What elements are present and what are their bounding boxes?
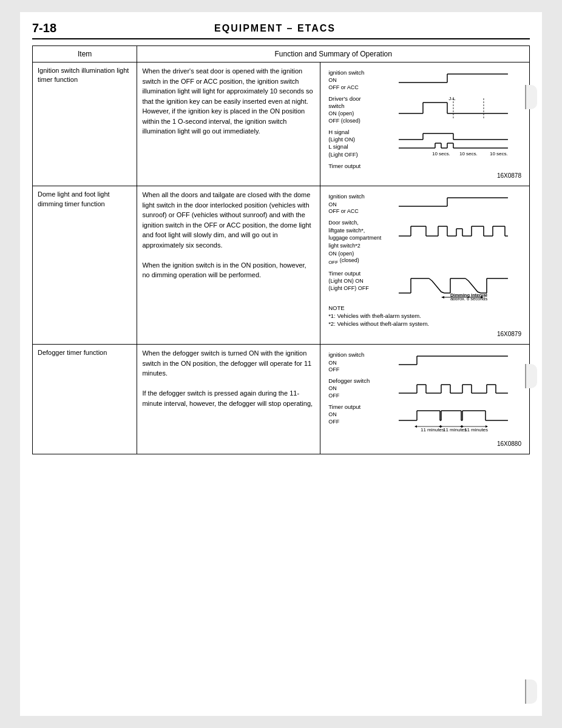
waveform-door-1: J-L [385,95,521,120]
desc-1: When the driver's seat door is opened wi… [137,62,320,186]
waveform-timer-3: 11 minutes 11 minutes 11 minutes [385,403,521,437]
col-header-function: Function and Summary of Operation [137,46,530,62]
waveform-label-timer-output-1: Timer output [328,162,521,169]
waveform-door-2 [385,219,521,240]
svg-marker-63 [441,296,444,298]
table-row: Defogger timer function When the defogge… [33,345,530,454]
waveform-ignition-2 [385,193,521,211]
main-table: Item Function and Summary of Operation I… [32,46,530,454]
page-tab-2 [525,364,537,388]
svg-text:10 secs.: 10 secs. [490,151,508,156]
table-row: Ignition switch illumination light timer… [33,62,530,186]
svg-text:11 minutes: 11 minutes [464,427,488,433]
waveform-timer-2: Dimming interval approx. 6 seconds [385,270,521,300]
table-row: Dome light and foot light dimming timer … [33,186,530,345]
page-tab-1 [525,85,537,109]
desc-3: When the defogger switch is turned ON wi… [137,345,320,454]
col-header-item: Item [33,46,137,62]
waveform-defogger [385,377,521,399]
svg-text:11 minutes: 11 minutes [443,427,467,433]
item-label-2: Dome light and foot light dimming timer … [33,186,137,345]
waveform-ignition-1 [385,69,521,87]
diagram-code-3: 16X0880 [328,440,521,447]
svg-text:J-L: J-L [449,96,456,101]
item-label-3: Defogger timer function [33,345,137,454]
item-label-1: Ignition switch illumination light timer… [33,62,137,186]
svg-text:10 secs.: 10 secs. [459,151,478,156]
svg-text:10 secs.: 10 secs. [432,151,450,156]
waveform-ignition-3 [385,351,521,369]
svg-text:11 minutes: 11 minutes [421,427,444,433]
diagram-code-2: 16X0879 [328,331,521,337]
waveform-timer-1: 10 secs. 10 secs. 10 secs. [385,129,521,156]
svg-text:approx. 6 seconds: approx. 6 seconds [450,296,488,300]
desc-2: When all the doors and tailgate are clos… [137,186,320,345]
diagram-2: Ignition switch ON OFF or ACC [320,186,530,345]
diagram-1: ignition switch ON OFF or ACC [320,62,530,186]
svg-marker-101 [415,425,417,428]
diagram-code-1: 16X0878 [328,172,521,179]
page-tab-3 [525,679,537,704]
page-title: EQUIPMENT – ETACS [214,23,336,34]
page-header: 7-18 EQUIPMENT – ETACS [32,21,530,39]
page: 7-18 EQUIPMENT – ETACS Item Function and… [20,12,542,716]
diagram-3: ignition switch ON OFF [320,345,530,454]
page-number: 7-18 [32,21,56,35]
